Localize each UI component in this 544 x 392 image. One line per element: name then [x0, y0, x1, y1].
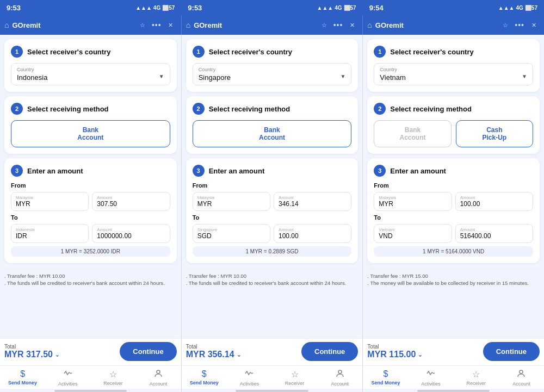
step3-circle-2: 3 [193, 165, 205, 177]
step2-circle-1: 2 [11, 103, 23, 115]
from-amount-label-2: Amount [279, 195, 347, 200]
browser-title-3: GOremit [375, 21, 496, 29]
info-3: . Transfer fee : MYR 15.00. The money wi… [367, 269, 540, 290]
from-amount-field-2[interactable]: Amount 346.14 [274, 192, 351, 211]
step1-card-3: 1 Select receiver's country Country Viet… [367, 39, 540, 92]
account-icon-3 [517, 369, 526, 380]
browser-bar-row: ⌂ GOremit ☆ ••• ✕ ⌂ GOremit ☆ ••• ✕ ⌂ GO… [0, 15, 544, 35]
phone-content-3: 1 Select receiver's country Country Viet… [363, 35, 544, 338]
activities-label-3: Activities [421, 381, 441, 387]
country-value-3: Vietnam [380, 73, 527, 82]
status-bar-2: 9:53 ▲▲▲ 4G ⬜57 [181, 0, 362, 15]
star-btn-1[interactable]: ☆ [137, 19, 149, 31]
bank-account-btn-2[interactable]: Bank Account [193, 120, 352, 147]
to-amount-field-2[interactable]: Amount 100.00 [274, 224, 351, 243]
from-amount-field-3[interactable]: Amount 100.00 [455, 192, 533, 211]
bottom-bar-3: Total MYR 115.00 ⌄ Continue [363, 338, 544, 365]
receiver-tab-2[interactable]: ☆ Receiver [272, 369, 317, 387]
cash-pickup-btn-3[interactable]: Cash Pick-Up [456, 120, 533, 147]
send-label-3: Send Money [371, 380, 400, 385]
close-btn-1[interactable]: ✕ [165, 19, 177, 31]
total-amount-3: MYR 115.00 ⌄ [367, 350, 422, 359]
status-bar-1: 9:53 ▲▲▲ 4G ⬜57 [0, 0, 181, 15]
to-amount-field-1[interactable]: Amount 1000000.00 [92, 224, 170, 243]
send-label-2: Send Money [190, 380, 219, 385]
star-btn-3[interactable]: ☆ [499, 19, 511, 31]
close-btn-3[interactable]: ✕ [528, 19, 540, 31]
bank-account-btn-3[interactable]: Bank Account [374, 120, 451, 147]
to-amount-value-1: 1000000.00 [97, 232, 165, 240]
receiver-tab-1[interactable]: ☆ Receiver [90, 369, 135, 387]
bank-btn-text1-3: Bank [378, 126, 447, 134]
receiver-tab-3[interactable]: ☆ Receiver [454, 369, 499, 387]
to-grid-3: Vietnam VND Amount 516400.00 [374, 224, 533, 243]
from-amount-label-1: Amount [97, 195, 165, 200]
close-btn-2[interactable]: ✕ [346, 19, 358, 31]
dots-btn-1[interactable]: ••• [152, 21, 162, 29]
account-icon-1 [154, 369, 163, 380]
time-3: 9:54 [369, 4, 384, 12]
to-grid-1: Indonesia IDR Amount 1000000.00 [11, 224, 170, 243]
home-indicator-1 [54, 390, 127, 392]
send-icon-3: $ [383, 369, 388, 379]
step3-circle-3: 3 [374, 165, 386, 177]
star-btn-2[interactable]: ☆ [318, 19, 330, 31]
activities-tab-3[interactable]: Activities [409, 369, 454, 387]
step1-card-2: 1 Select receiver's country Country Sing… [186, 39, 358, 92]
step3-card-2: 3 Enter an amount From Malaysia MYR Amou… [186, 158, 358, 263]
continue-btn-3[interactable]: Continue [483, 342, 540, 361]
country-select-2[interactable]: Country Singapore ▼ [193, 63, 352, 85]
status-bar-row: 9:53 ▲▲▲ 4G ⬜57 9:53 ▲▲▲ 4G ⬜57 9:54 ▲▲▲… [0, 0, 544, 15]
step2-header-2: 2 Select receiving method [193, 103, 352, 115]
to-currency-code-3: VND [379, 232, 447, 240]
send-icon-1: $ [20, 369, 25, 379]
send-money-tab-1[interactable]: $ Send Money [0, 369, 45, 387]
battery-icon-3: ⬜57 [525, 5, 537, 11]
total-label-3: Total [367, 344, 422, 350]
to-currency-label-3: Vietnam [379, 227, 447, 232]
receiver-label-2: Receiver [285, 381, 305, 386]
continue-btn-2[interactable]: Continue [301, 342, 358, 361]
step2-title-3: Select receiving method [390, 105, 472, 113]
from-amount-field-1[interactable]: Amount 307.50 [92, 192, 170, 211]
time-1: 9:53 [7, 4, 21, 12]
account-label-1: Account [150, 381, 168, 387]
country-value-2: Singapore [199, 73, 346, 82]
send-money-tab-3[interactable]: $ Send Money [363, 369, 408, 387]
time-2: 9:53 [188, 4, 202, 12]
signal-icon-2: ▲▲▲ [317, 5, 333, 11]
country-select-1[interactable]: Country Indonesia ▼ [11, 63, 170, 85]
account-tab-3[interactable]: Account [499, 369, 544, 387]
step2-circle-2: 2 [193, 103, 205, 115]
dots-btn-3[interactable]: ••• [515, 21, 524, 29]
activities-tab-1[interactable]: Activities [45, 369, 90, 387]
to-currency-label-1: Indonesia [16, 227, 84, 232]
activities-label-1: Activities [58, 381, 78, 387]
total-label-1: Total [4, 344, 59, 350]
method-row-1: Bank Account [11, 120, 170, 147]
signal-icon-1: ▲▲▲ [135, 5, 152, 11]
send-money-tab-2[interactable]: $ Send Money [182, 369, 227, 387]
step1-circle-2: 1 [193, 46, 205, 58]
from-currency-field-1: Malaysia MYR [11, 192, 89, 211]
step3-header-3: 3 Enter an amount [374, 165, 533, 177]
country-arrow-3: ▼ [522, 73, 527, 79]
to-amount-field-3[interactable]: Amount 516400.00 [455, 224, 533, 243]
account-tab-2[interactable]: Account [317, 369, 362, 387]
total-value-1: MYR 317.50 [4, 350, 53, 359]
from-label-2: From [193, 182, 352, 189]
dots-btn-2[interactable]: ••• [333, 21, 343, 29]
activities-tab-2[interactable]: Activities [227, 369, 272, 387]
rate-1: 1 MYR = 3252.0000 IDR [11, 246, 170, 257]
continue-btn-1[interactable]: Continue [120, 342, 176, 361]
wifi-icon-1: 4G [153, 5, 160, 11]
to-currency-field-2: Singapore SGD [193, 224, 270, 243]
browser-actions-1: ☆ ••• ✕ [137, 19, 177, 31]
from-currency-code-2: MYR [197, 200, 265, 208]
receiver-label-1: Receiver [103, 381, 123, 386]
account-icon-2 [336, 369, 344, 380]
account-tab-1[interactable]: Account [136, 369, 181, 387]
bank-account-btn-1[interactable]: Bank Account [11, 120, 170, 147]
country-select-3[interactable]: Country Vietnam ▼ [374, 63, 533, 85]
country-value-1: Indonesia [17, 73, 164, 82]
